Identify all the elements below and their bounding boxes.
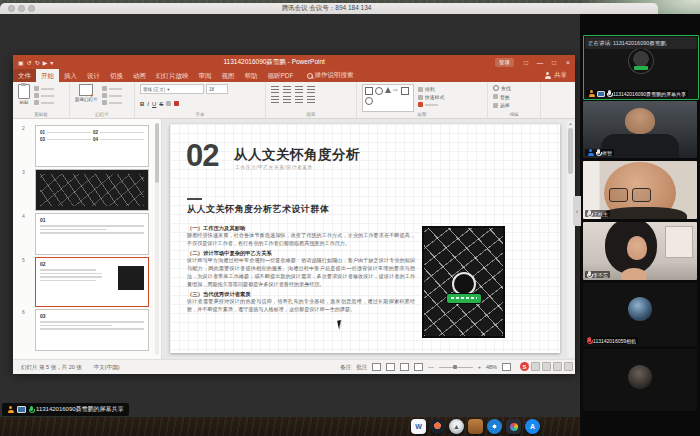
align-center-icon[interactable] bbox=[283, 96, 291, 103]
group-clipboard: 粘贴 剪贴板 bbox=[13, 82, 70, 118]
bullets-icon[interactable] bbox=[271, 86, 279, 93]
font-name-select[interactable]: 等线 (正文)▾ bbox=[140, 84, 204, 94]
indent-icon[interactable] bbox=[295, 86, 303, 93]
tab-design[interactable]: 设计 bbox=[82, 69, 105, 82]
slideshow-view-icon[interactable] bbox=[414, 363, 423, 371]
format-painter-button[interactable] bbox=[34, 100, 54, 105]
find-button[interactable]: 查找 bbox=[493, 85, 511, 91]
sidebar-collapse-handle[interactable]: ‹ bbox=[573, 196, 581, 226]
appstore-icon[interactable]: A bbox=[525, 419, 540, 434]
tab-review[interactable]: 审阅 bbox=[194, 69, 217, 82]
slide-thumbnail-5-selected[interactable]: 02 bbox=[35, 257, 149, 307]
close-button[interactable]: × bbox=[561, 59, 575, 66]
ppt-status-bar: 幻灯片 第 5 张，共 20 张 中文(中国) 备注 批注 — + 48% bbox=[13, 359, 575, 374]
slide-sorter-icon[interactable] bbox=[386, 363, 395, 371]
word-app-icon[interactable]: W bbox=[411, 419, 426, 434]
tab-insert[interactable]: 插入 bbox=[59, 69, 82, 82]
copy-button[interactable] bbox=[34, 93, 54, 98]
launchpad-icon[interactable]: ▲ bbox=[449, 419, 464, 434]
zoom-slider[interactable] bbox=[439, 367, 473, 368]
slide-thumbnail-6[interactable]: 03 bbox=[35, 309, 149, 351]
tab-animations[interactable]: 动画 bbox=[128, 69, 151, 82]
select-button[interactable]: 选择 bbox=[493, 102, 511, 108]
slide-thumbnail-4[interactable]: 01 bbox=[35, 213, 149, 255]
reset-button[interactable] bbox=[102, 93, 122, 98]
normal-view-icon[interactable] bbox=[372, 363, 381, 371]
participant-tile-video[interactable]: 王桂生 bbox=[583, 161, 697, 219]
shapes-gallery[interactable]: ⇨ bbox=[362, 84, 414, 112]
undo-icon[interactable]: ↺ bbox=[27, 59, 32, 66]
font-size-select[interactable]: 18 bbox=[206, 84, 228, 94]
ribbon-display-icon[interactable]: □ bbox=[519, 59, 533, 66]
cut-button[interactable] bbox=[34, 86, 54, 91]
replace-button[interactable]: 替换 bbox=[493, 94, 511, 100]
new-slide-button[interactable]: 新建幻灯片 bbox=[75, 84, 98, 102]
save-icon[interactable]: ▣ bbox=[18, 59, 24, 66]
tab-file[interactable]: 文件 bbox=[13, 69, 36, 82]
meeting-app-icon[interactable] bbox=[430, 419, 445, 434]
notes-toggle[interactable]: 备注 bbox=[340, 364, 351, 371]
tell-me-search[interactable]: 操作说明搜索 bbox=[307, 71, 354, 80]
layout-button[interactable] bbox=[102, 86, 122, 91]
slideshow-icon[interactable]: ▶ bbox=[43, 59, 48, 66]
tab-slideshow[interactable]: 幻灯片放映 bbox=[151, 69, 194, 82]
font-color-button[interactable] bbox=[174, 101, 179, 106]
thumb-number: 6 bbox=[22, 309, 25, 315]
align-left-icon[interactable] bbox=[271, 96, 279, 103]
minimize-button[interactable]: — bbox=[533, 59, 547, 66]
slide-counter: 幻灯片 第 5 张，共 20 张 bbox=[21, 364, 82, 371]
tab-home[interactable]: 开始 bbox=[36, 69, 59, 82]
tab-foxit-pdf[interactable]: 福昕PDF bbox=[263, 69, 299, 82]
photos-app-icon[interactable] bbox=[506, 419, 521, 434]
share-button[interactable]: 共享 bbox=[544, 71, 567, 80]
quick-styles-button[interactable]: 快速样式 bbox=[418, 94, 444, 100]
participant-tile-avatar[interactable]: 113142016059相机 bbox=[583, 283, 697, 346]
reading-view-icon[interactable] bbox=[400, 363, 409, 371]
numbering-icon[interactable] bbox=[283, 86, 291, 93]
tab-help[interactable]: 帮助 bbox=[240, 69, 263, 82]
participant-tile-video[interactable]: 李不忘 bbox=[583, 222, 697, 280]
emoji-icon[interactable] bbox=[553, 362, 562, 371]
justify-icon[interactable] bbox=[307, 96, 315, 103]
minimize-window-button[interactable] bbox=[18, 5, 25, 12]
arrange-button[interactable]: 排列 bbox=[418, 86, 444, 92]
keyboard-icon[interactable] bbox=[542, 362, 551, 371]
zoom-window-button[interactable] bbox=[28, 5, 35, 12]
slide-thumbnail-2[interactable]: 01 02 03 04 bbox=[35, 125, 149, 167]
tab-transitions[interactable]: 切换 bbox=[105, 69, 128, 82]
speaking-tooltip: 正在讲话: 113142016090聂雪鹏, bbox=[585, 37, 697, 49]
italic-button[interactable]: I bbox=[147, 101, 149, 107]
safari-icon[interactable] bbox=[487, 419, 502, 434]
sogou-icon[interactable]: S bbox=[520, 362, 529, 371]
language-indicator[interactable]: 中文(中国) bbox=[94, 364, 120, 371]
zoom-out-button[interactable]: — bbox=[428, 364, 434, 370]
underline-button[interactable]: U bbox=[152, 101, 156, 107]
traffic-lights bbox=[8, 5, 35, 12]
books-app-icon[interactable] bbox=[468, 419, 483, 434]
maximize-button[interactable]: □ bbox=[547, 59, 561, 66]
thumbnail-scrollbar[interactable] bbox=[155, 123, 159, 355]
line-spacing-icon[interactable] bbox=[307, 86, 315, 93]
login-button[interactable]: 登录 bbox=[495, 58, 514, 67]
participant-tile-video[interactable]: 侯智 bbox=[583, 101, 697, 158]
strikethrough-button[interactable]: S bbox=[159, 101, 163, 107]
fit-to-window-icon[interactable] bbox=[502, 363, 511, 371]
paste-button[interactable]: 粘贴 bbox=[18, 84, 30, 105]
input-settings-icon[interactable] bbox=[564, 362, 573, 371]
participant-tile-avatar[interactable] bbox=[583, 349, 697, 411]
shape-fill-button[interactable] bbox=[418, 102, 444, 107]
comments-toggle[interactable]: 批注 bbox=[356, 364, 367, 371]
zoom-percent[interactable]: 48% bbox=[486, 364, 497, 370]
close-window-button[interactable] bbox=[8, 5, 15, 12]
meeting-title: 腾讯会议 会议号：894 184 134 bbox=[35, 4, 618, 13]
canvas-scrollbar[interactable]: ▲ bbox=[567, 121, 574, 357]
align-right-icon[interactable] bbox=[295, 96, 303, 103]
bold-button[interactable]: B bbox=[140, 101, 144, 107]
text-shadow-button[interactable] bbox=[166, 101, 171, 106]
input-mode-icon[interactable] bbox=[531, 362, 540, 371]
tab-view[interactable]: 视图 bbox=[217, 69, 240, 82]
slide-thumbnail-3[interactable] bbox=[35, 169, 149, 211]
redo-icon[interactable]: ↻ bbox=[35, 59, 40, 66]
section-button[interactable] bbox=[102, 100, 122, 105]
zoom-in-button[interactable]: + bbox=[478, 364, 481, 370]
